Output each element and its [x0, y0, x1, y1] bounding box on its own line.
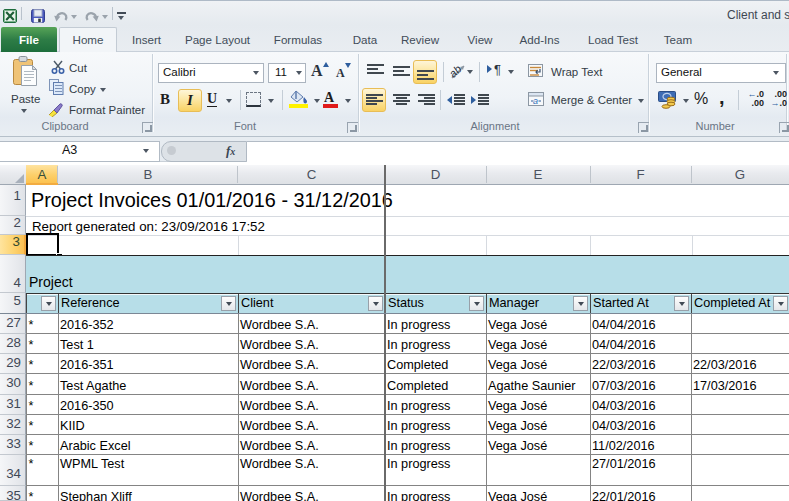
svg-text:a: a	[533, 96, 538, 106]
svg-text:ab: ab	[449, 63, 464, 80]
